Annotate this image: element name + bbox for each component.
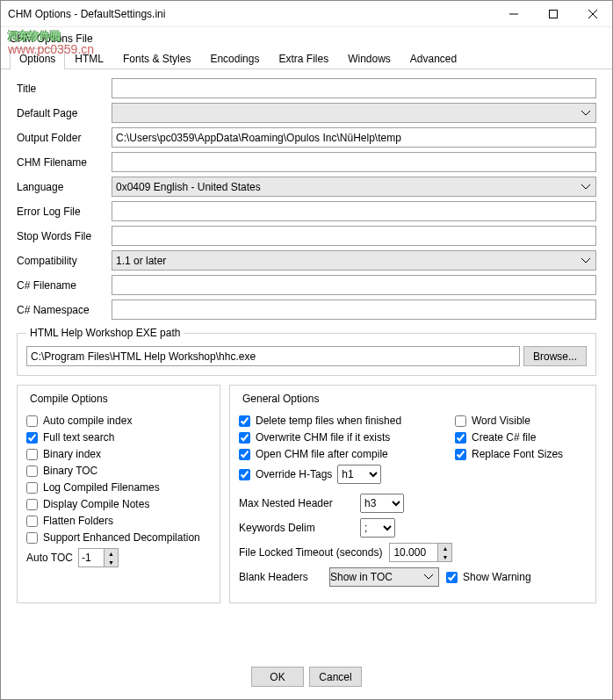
tab-fonts[interactable]: Fonts & Styles [113,48,200,69]
enhdecomp-checkbox[interactable] [26,532,38,544]
csns-label: C# Namespace [17,304,112,316]
autotoc-input[interactable] [78,548,105,567]
exepath-legend: HTML Help Workshop EXE path [26,327,184,339]
logfn-checkbox[interactable] [26,482,38,494]
tab-advanced[interactable]: Advanced [400,48,466,69]
tab-html[interactable]: HTML [65,48,113,69]
maximize-button[interactable] [533,1,573,26]
subtitle: CHM Options File [1,27,612,48]
blankhdr-label: Blank Headers [239,571,322,583]
titlebar: CHM Options - DefaultSettings.ini [1,1,612,27]
stopwords-input[interactable] [112,226,596,246]
exepath-input[interactable] [26,346,520,366]
tab-options[interactable]: Options [10,48,65,69]
lang-select[interactable]: 0x0409 English - United States [112,177,596,197]
overrideh-select[interactable]: h1 [337,465,381,484]
csfile-input[interactable] [112,275,596,295]
chmfile-label: CHM Filename [17,156,112,169]
csns-input[interactable] [112,299,596,320]
cancel-button[interactable]: Cancel [309,667,362,687]
chmfile-input[interactable] [112,152,596,172]
overrideh-checkbox[interactable] [239,469,250,480]
kwdelim-select[interactable]: ; [360,518,395,538]
autotoc-down[interactable]: ▼ [105,558,118,566]
compat-label: Compatibility [17,255,112,267]
wordvis-checkbox[interactable] [455,415,466,427]
compile-legend: Compile Options [26,393,112,405]
blankhdr-select[interactable]: Show in TOC [329,567,439,587]
outfolder-input[interactable] [112,127,596,148]
deltemp-checkbox[interactable] [239,415,250,427]
maxnest-label: Max Nested Header [239,497,353,509]
replfont-checkbox[interactable] [455,449,466,460]
stopwords-label: Stop Words File [17,230,112,242]
filelock-up[interactable]: ▲ [438,544,451,552]
dispnotes-checkbox[interactable] [26,499,38,510]
defpage-label: Default Page [17,107,112,119]
binidx-checkbox[interactable] [26,449,38,460]
tab-windows[interactable]: Windows [338,48,400,69]
flatten-checkbox[interactable] [26,516,38,527]
lang-label: Language [17,181,112,193]
close-button[interactable] [573,1,612,26]
filelock-input[interactable] [389,543,438,562]
csfile-label: C# Filename [17,279,112,292]
maxnest-select[interactable]: h3 [360,494,404,513]
compile-options-group: Compile Options Auto compile index Full … [17,385,220,603]
compat-select[interactable]: 1.1 or later [112,250,596,271]
general-legend: General Options [239,393,322,405]
general-options-group: General Options Delete temp files when f… [229,385,596,603]
title-label: Title [17,83,112,95]
showwarn-checkbox[interactable] [446,572,458,583]
filelock-label: File Locked Timeout (seconds) [239,546,382,559]
minimize-button[interactable] [494,1,533,26]
bintoc-checkbox[interactable] [26,465,38,477]
browse-button[interactable]: Browse... [523,346,587,366]
outfolder-label: Output Folder [17,132,112,144]
autocompile-checkbox[interactable] [26,415,38,427]
window-title: CHM Options - DefaultSettings.ini [8,8,494,20]
tab-extrafiles[interactable]: Extra Files [269,48,338,69]
exepath-group: HTML Help Workshop EXE path Browse... [17,327,596,376]
kwdelim-label: Keywords Delim [239,522,353,534]
autotoc-label: Auto TOC [26,552,73,564]
title-input[interactable] [112,78,596,98]
svg-rect-1 [549,10,557,18]
fulltext-checkbox[interactable] [26,432,38,444]
openchm-checkbox[interactable] [239,449,250,460]
defpage-select[interactable] [112,103,596,123]
overwrite-checkbox[interactable] [239,432,250,444]
autotoc-up[interactable]: ▲ [105,549,118,558]
filelock-down[interactable]: ▼ [438,552,451,561]
ok-button[interactable]: OK [251,667,304,687]
errlog-label: Error Log File [17,206,112,218]
errlog-input[interactable] [112,201,596,221]
createcs-checkbox[interactable] [455,432,466,444]
tab-encodings[interactable]: Encodings [200,48,269,69]
tab-bar: Options HTML Fonts & Styles Encodings Ex… [1,48,612,69]
